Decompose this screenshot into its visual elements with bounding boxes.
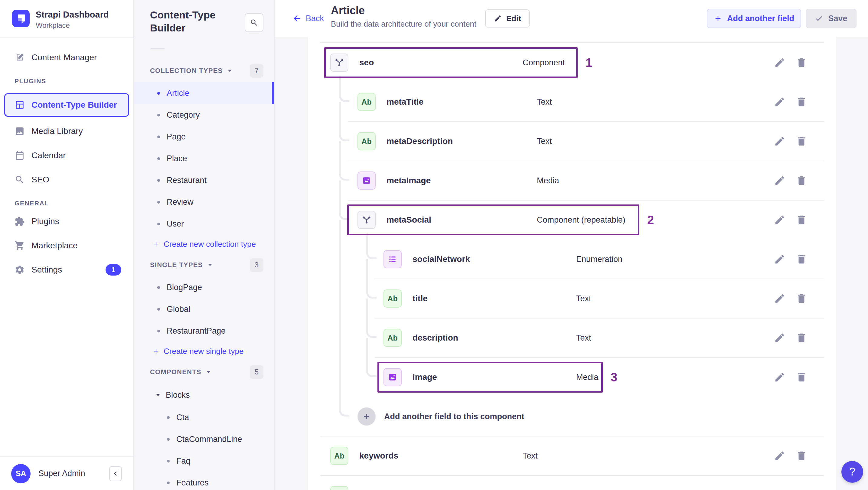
page-subtitle: Build the data architecture of your cont… [331, 19, 476, 29]
field-row-metasocial[interactable]: metaSocialComponent (repeatable) [308, 200, 836, 240]
sidebar-item-ctacommandline[interactable]: CtaCommandLine [134, 428, 274, 450]
edit-field-button[interactable] [773, 449, 786, 462]
section-count-badge: 3 [250, 258, 264, 272]
sidebar-item-plugins[interactable]: Plugins [0, 212, 133, 231]
field-type-component-icon [330, 54, 348, 72]
field-row-metadescription[interactable]: AbmetaDescriptionText [308, 122, 836, 161]
component-category-blocks[interactable]: Blocks [134, 384, 274, 406]
delete-field-button[interactable] [795, 292, 808, 305]
media-icon [362, 176, 371, 185]
help-button[interactable]: ? [841, 461, 863, 483]
add-field-row[interactable]: Add another field to this component [308, 397, 836, 436]
field-row-seo[interactable]: seoComponent [308, 43, 836, 82]
field-type-media-icon [358, 172, 376, 190]
field-type: Text [576, 294, 591, 303]
field-row-socialnetwork[interactable]: socialNetworkEnumeration [308, 240, 836, 279]
delete-field-button[interactable] [795, 449, 808, 462]
field-type: Component (repeatable) [537, 215, 625, 225]
collapse-sidebar-button[interactable] [109, 466, 122, 481]
save-button[interactable]: Save [806, 9, 857, 28]
delete-field-button[interactable] [795, 95, 808, 109]
bullet-icon [157, 114, 160, 117]
sidebar-item-category[interactable]: Category [134, 104, 274, 126]
pencil-icon [774, 96, 785, 108]
sidebar-item-label: Settings [31, 265, 62, 275]
sidebar-item-features[interactable]: Features [134, 472, 274, 490]
sidebar-item-label: Plugins [31, 217, 59, 226]
sidebar-item-faq[interactable]: Faq [134, 450, 274, 472]
trash-icon [796, 175, 807, 186]
field-type: Media [537, 176, 559, 185]
cart-icon [14, 241, 25, 251]
edit-field-button[interactable] [773, 489, 786, 490]
field-row-metaimage[interactable]: metaImageMedia [308, 161, 836, 200]
section-header-label: SINGLE TYPES [150, 261, 203, 269]
action-create-new-single-type[interactable]: Create new single type [134, 342, 274, 361]
plus-icon [362, 412, 371, 421]
sidebar-item-content-type-builder[interactable]: Content-Type Builder [4, 93, 129, 117]
add-another-field-button[interactable]: Add another field [707, 9, 801, 28]
field-row-title[interactable]: AbtitleText [308, 279, 836, 318]
sidebar-item-content-manager[interactable]: Content Manager [0, 48, 133, 67]
field-row-description[interactable]: AbdescriptionText [308, 318, 836, 358]
section-header-single-types[interactable]: SINGLE TYPES3 [134, 253, 274, 276]
delete-field-button[interactable] [795, 331, 808, 344]
edit-field-button[interactable] [773, 95, 786, 109]
main-area: Back Article Build the data architecture… [275, 0, 868, 490]
page-title: Article [331, 4, 365, 17]
sidebar-item-article[interactable]: Article [134, 82, 274, 104]
add-field-to-component-button[interactable] [358, 407, 376, 426]
sidebar-item-restaurant[interactable]: Restaurant [134, 170, 274, 191]
field-row-metarobots[interactable]: AbmetaRobotsText [308, 476, 836, 490]
edit-field-button[interactable] [773, 174, 786, 187]
add-field-to-component-label[interactable]: Add another field to this component [384, 412, 524, 421]
sidebar-item-calendar[interactable]: Calendar [0, 146, 133, 165]
bullet-icon [157, 92, 160, 95]
sidebar-item-review[interactable]: Review [134, 191, 274, 213]
back-link[interactable]: Back [292, 0, 324, 37]
sidebar-item-settings[interactable]: Settings1 [0, 260, 133, 279]
action-create-new-collection-type[interactable]: Create new collection type [134, 235, 274, 253]
delete-field-button[interactable] [795, 174, 808, 187]
delete-field-button[interactable] [795, 489, 808, 490]
sidebar-item-seo[interactable]: SEO [0, 170, 133, 189]
delete-field-button[interactable] [795, 370, 808, 384]
field-type-component-icon [358, 211, 376, 229]
field-name: metaTitle [386, 97, 424, 107]
edit-field-button[interactable] [773, 292, 786, 305]
search-icon [250, 19, 258, 27]
edit-button[interactable]: Edit [485, 9, 530, 28]
sidebar-item-restaurantpage[interactable]: RestaurantPage [134, 320, 274, 342]
delete-field-button[interactable] [795, 252, 808, 266]
edit-field-button[interactable] [773, 213, 786, 226]
edit-field-button[interactable] [773, 331, 786, 344]
sidebar-item-user[interactable]: User [134, 213, 274, 235]
field-row-image[interactable]: imageMedia [308, 358, 836, 397]
action-label: Create new single type [164, 347, 244, 356]
delete-field-button[interactable] [795, 213, 808, 226]
edit-field-button[interactable] [773, 252, 786, 266]
component-category-label: Blocks [166, 391, 190, 400]
edit-field-button[interactable] [773, 370, 786, 384]
edit-field-button[interactable] [773, 134, 786, 148]
delete-field-button[interactable] [795, 56, 808, 69]
sidebar-item-marketplace[interactable]: Marketplace [0, 236, 133, 255]
search-button[interactable] [245, 13, 264, 32]
help-label: ? [849, 465, 855, 478]
user-row: SA Super Admin [0, 456, 133, 490]
field-row-metatitle[interactable]: AbmetaTitleText [308, 82, 836, 122]
section-header-collection-types[interactable]: COLLECTION TYPES7 [134, 59, 274, 82]
delete-field-button[interactable] [795, 134, 808, 148]
sidebar-item-global[interactable]: Global [134, 298, 274, 320]
sidebar-item-blogpage[interactable]: BlogPage [134, 276, 274, 298]
component-icon [335, 58, 344, 67]
field-row-keywords[interactable]: AbkeywordsText [308, 436, 836, 476]
sidebar-item-media-library[interactable]: Media Library [0, 122, 133, 141]
trash-icon [796, 253, 807, 265]
sidebar-item-place[interactable]: Place [134, 148, 274, 170]
chevron-left-icon [112, 470, 119, 477]
edit-field-button[interactable] [773, 56, 786, 69]
sidebar-item-page[interactable]: Page [134, 126, 274, 148]
section-header-components[interactable]: COMPONENTS5 [134, 361, 274, 384]
sidebar-item-cta[interactable]: Cta [134, 406, 274, 428]
